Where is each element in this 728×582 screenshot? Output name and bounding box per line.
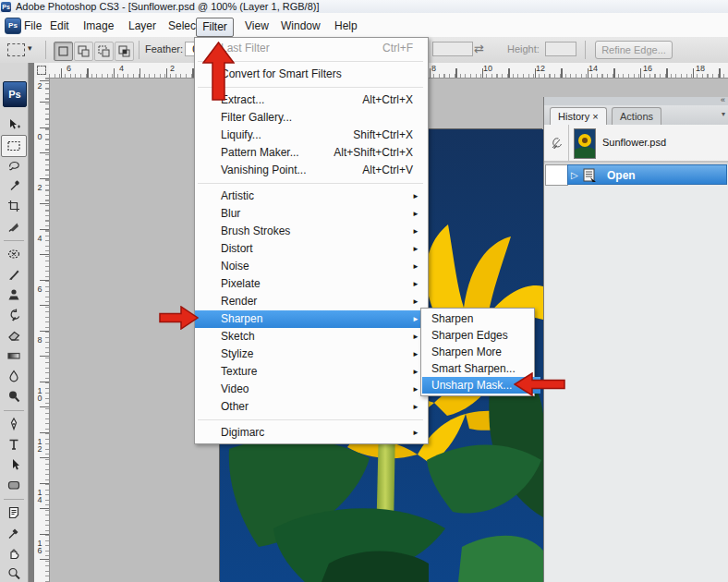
panel-menu-icon[interactable]: ▾ (722, 110, 725, 118)
menu-filter[interactable]: Filter (196, 18, 234, 37)
submenu-arrow-icon: ► (412, 424, 419, 442)
filter-menu-item-other[interactable]: Other ► (195, 398, 426, 416)
lasso-tool[interactable] (2, 155, 26, 176)
crop-icon (6, 199, 21, 213)
lasso-icon (6, 158, 21, 173)
clone-stamp-tool[interactable] (2, 285, 26, 305)
menu-view[interactable]: View (241, 18, 273, 34)
blur-tool[interactable] (2, 366, 26, 386)
filter-menu-item-texture[interactable]: Texture ► (195, 363, 426, 381)
ruler-origin-icon (37, 66, 46, 75)
selection-intersect-icon (115, 42, 133, 60)
panel-header-strip: « (544, 97, 728, 105)
filter-menu-item-digimarc[interactable]: Digimarc ► (195, 424, 426, 442)
eraser-icon (6, 328, 21, 343)
pen-tool[interactable] (2, 414, 26, 434)
filter-menu-item-pixelate[interactable]: Pixelate ► (195, 275, 426, 293)
history-state-highlight[interactable]: ▷ Open (567, 164, 727, 185)
ruler-origin-box[interactable] (34, 63, 50, 79)
filter-menu-item-brush-strokes[interactable]: Brush Strokes ► (195, 223, 426, 240)
filter-menu-item-sketch[interactable]: Sketch ► (195, 328, 426, 346)
snapshot-name: Sunflower.psd (602, 125, 666, 161)
move-tool[interactable] (2, 115, 26, 135)
ruler-label: 12 (35, 437, 44, 452)
selection-subtract-button[interactable] (94, 42, 114, 61)
brush-tool[interactable] (2, 264, 26, 285)
menu-layer[interactable]: Layer (125, 18, 160, 34)
submenu-arrow-icon: ► (412, 381, 419, 398)
filter-menu-item-render[interactable]: Render ► (195, 293, 426, 310)
gradient-tool[interactable] (2, 346, 26, 366)
move-icon (6, 117, 21, 132)
path-selection-tool[interactable] (2, 455, 26, 475)
submenu-item-sharpen[interactable]: Sharpen (422, 310, 540, 327)
filter-menu-item-stylize[interactable]: Stylize ► (195, 346, 426, 363)
crop-tool[interactable] (2, 196, 26, 216)
ps-logo: Ps (3, 81, 27, 107)
sunflower-thumbnail-image (575, 129, 595, 158)
submenu-arrow-icon: ► (412, 293, 419, 310)
filter-menu-item-pattern-maker[interactable]: Pattern Maker... Alt+Shift+Ctrl+X (195, 144, 426, 162)
tab-actions[interactable]: Actions (612, 107, 661, 125)
ruler-label: 18 (696, 64, 705, 73)
tab-history[interactable]: History × (550, 107, 607, 125)
panel-collapse-icon[interactable]: « (721, 96, 725, 104)
history-brush-source-checkbox[interactable] (545, 164, 568, 186)
history-panel: « History × Actions ▾ (543, 97, 728, 582)
submenu-arrow-icon: ► (412, 346, 419, 363)
ruler-label: 4 (35, 234, 44, 241)
menu-window[interactable]: Window (277, 18, 324, 34)
snapshot-row[interactable]: Sunflower.psd (544, 125, 728, 161)
shape-tool[interactable] (2, 475, 26, 495)
panel-tab-bar: History × Actions (544, 105, 728, 126)
menu-image[interactable]: Image (79, 18, 117, 34)
menu-file[interactable]: File (20, 18, 45, 34)
selection-add-button[interactable] (74, 42, 93, 61)
menu-help[interactable]: Help (331, 18, 361, 34)
shape-icon (6, 478, 21, 492)
preset-caret-icon[interactable]: ▾ (28, 43, 32, 53)
submenu-item-sharpen-edges[interactable]: Sharpen Edges (422, 327, 540, 344)
rectangular-marquee-tool[interactable] (1, 135, 27, 157)
submenu-item-sharpen-more[interactable]: Sharpen More (422, 344, 540, 360)
magic-wand-tool[interactable] (2, 176, 26, 196)
history-tab-close-icon[interactable]: × (592, 111, 598, 122)
dodge-tool[interactable] (2, 386, 26, 406)
marquee-preset-icon[interactable] (7, 43, 25, 56)
filter-menu-item-artistic[interactable]: Artistic ► (195, 188, 426, 205)
hand-tool[interactable] (2, 543, 26, 564)
filter-menu-item-sharpen[interactable]: Sharpen ► (195, 310, 426, 328)
open-state-icon (583, 168, 597, 183)
filter-menu-item-vanishing-point[interactable]: Vanishing Point... Alt+Ctrl+V (195, 162, 426, 179)
ruler-label: 0 (35, 132, 44, 139)
eraser-tool[interactable] (2, 325, 26, 346)
history-brush-tool[interactable] (2, 305, 26, 325)
filter-menu-item-liquify[interactable]: Liquify... Shift+Ctrl+X (195, 127, 426, 144)
rectangular-marquee-icon (6, 139, 21, 153)
filter-menu-item-distort[interactable]: Distort ► (195, 240, 426, 258)
notes-tool[interactable] (2, 503, 26, 523)
filter-menu-item-blur[interactable]: Blur ► (195, 205, 426, 223)
spot-healing-brush-tool[interactable] (2, 244, 26, 264)
zoom-icon (6, 566, 21, 581)
filter-menu-item-video[interactable]: Video ► (195, 381, 426, 398)
spot-healing-brush-icon (6, 247, 21, 261)
refine-edge-button[interactable]: Refine Edge... (595, 41, 673, 59)
menu-edit[interactable]: Edit (46, 18, 73, 34)
filter-menu-item-noise[interactable]: Noise ► (195, 258, 426, 275)
ruler-label: 6 (35, 285, 44, 292)
history-state-row[interactable]: ▷ Open (544, 164, 728, 185)
zoom-tool[interactable] (2, 564, 26, 582)
slice-tool[interactable] (2, 216, 26, 236)
filter-menu-item-filter-gallery[interactable]: Filter Gallery... (195, 109, 426, 127)
divider (4, 499, 24, 500)
selection-new-button[interactable] (54, 42, 73, 61)
state-pointer-icon: ▷ (571, 168, 578, 183)
ruler-label: 14 (588, 64, 598, 73)
eyedropper-tool[interactable] (2, 523, 26, 543)
selection-intersect-button[interactable] (115, 42, 134, 61)
type-tool[interactable] (2, 434, 26, 455)
menu-bar: Ps File Edit Image Layer Select Filter V… (0, 13, 728, 38)
history-brush-source-box[interactable] (544, 125, 569, 161)
ruler-label: 16 (35, 539, 44, 553)
